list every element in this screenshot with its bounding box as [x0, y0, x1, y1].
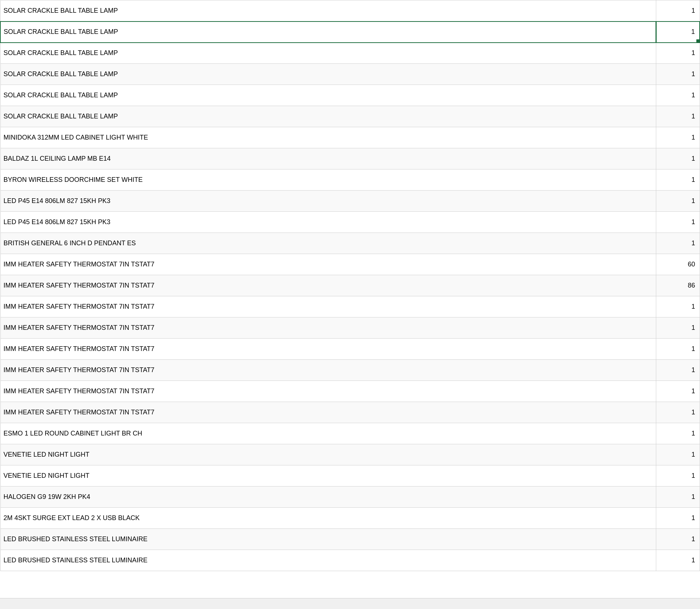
- table-row[interactable]: IMM HEATER SAFETY THERMOSTAT 7IN TSTAT71: [0, 296, 700, 317]
- quantity-cell[interactable]: 1: [656, 508, 700, 529]
- bottom-bar: [0, 598, 700, 609]
- product-name-cell[interactable]: HALOGEN G9 19W 2KH PK4: [0, 487, 656, 508]
- table-row[interactable]: LED P45 E14 806LM 827 15KH PK31: [0, 191, 700, 212]
- product-name-cell[interactable]: SOLAR CRACKLE BALL TABLE LAMP: [0, 43, 656, 64]
- quantity-cell[interactable]: 1: [656, 169, 700, 191]
- product-name-cell[interactable]: IMM HEATER SAFETY THERMOSTAT 7IN TSTAT7: [0, 339, 656, 360]
- table-row[interactable]: HALOGEN G9 19W 2KH PK41: [0, 487, 700, 508]
- quantity-cell[interactable]: 1: [656, 191, 700, 212]
- product-name-cell[interactable]: IMM HEATER SAFETY THERMOSTAT 7IN TSTAT7: [0, 254, 656, 275]
- table-row[interactable]: IMM HEATER SAFETY THERMOSTAT 7IN TSTAT76…: [0, 254, 700, 275]
- product-name-cell[interactable]: LED BRUSHED STAINLESS STEEL LUMINAIRE: [0, 550, 656, 571]
- table-row[interactable]: IMM HEATER SAFETY THERMOSTAT 7IN TSTAT71: [0, 360, 700, 381]
- table-row[interactable]: BYRON WIRELESS DOORCHIME SET WHITE1: [0, 169, 700, 191]
- table-row[interactable]: ESMO 1 LED ROUND CABINET LIGHT BR CH1: [0, 423, 700, 444]
- product-name-cell[interactable]: BYRON WIRELESS DOORCHIME SET WHITE: [0, 169, 656, 191]
- quantity-cell[interactable]: 86: [656, 275, 700, 296]
- quantity-cell[interactable]: 1: [656, 444, 700, 465]
- product-name-cell[interactable]: IMM HEATER SAFETY THERMOSTAT 7IN TSTAT7: [0, 275, 656, 296]
- quantity-cell[interactable]: 1: [656, 402, 700, 423]
- product-name-cell[interactable]: IMM HEATER SAFETY THERMOSTAT 7IN TSTAT7: [0, 381, 656, 402]
- product-name-cell[interactable]: SOLAR CRACKLE BALL TABLE LAMP: [0, 22, 656, 43]
- quantity-cell[interactable]: 1: [656, 381, 700, 402]
- quantity-cell[interactable]: 1: [656, 22, 700, 43]
- table-row[interactable]: IMM HEATER SAFETY THERMOSTAT 7IN TSTAT71: [0, 339, 700, 360]
- product-name-cell[interactable]: LED BRUSHED STAINLESS STEEL LUMINAIRE: [0, 529, 656, 550]
- table-row[interactable]: VENETIE LED NIGHT LIGHT1: [0, 465, 700, 487]
- quantity-cell[interactable]: 1: [656, 317, 700, 339]
- quantity-cell[interactable]: 1: [656, 550, 700, 571]
- product-name-cell[interactable]: SOLAR CRACKLE BALL TABLE LAMP: [0, 106, 656, 127]
- product-name-cell[interactable]: LED P45 E14 806LM 827 15KH PK3: [0, 212, 656, 233]
- product-name-cell[interactable]: VENETIE LED NIGHT LIGHT: [0, 465, 656, 487]
- quantity-cell[interactable]: 1: [656, 43, 700, 64]
- quantity-cell[interactable]: 1: [656, 339, 700, 360]
- table-wrapper: SOLAR CRACKLE BALL TABLE LAMP1SOLAR CRAC…: [0, 0, 700, 571]
- quantity-cell[interactable]: 1: [656, 360, 700, 381]
- table-row[interactable]: LED P45 E14 806LM 827 15KH PK31: [0, 212, 700, 233]
- quantity-cell[interactable]: 1: [656, 64, 700, 85]
- product-name-cell[interactable]: IMM HEATER SAFETY THERMOSTAT 7IN TSTAT7: [0, 402, 656, 423]
- product-name-cell[interactable]: IMM HEATER SAFETY THERMOSTAT 7IN TSTAT7: [0, 360, 656, 381]
- quantity-cell[interactable]: 1: [656, 85, 700, 106]
- quantity-cell[interactable]: 1: [656, 0, 700, 22]
- table-row[interactable]: IMM HEATER SAFETY THERMOSTAT 7IN TSTAT78…: [0, 275, 700, 296]
- product-name-cell[interactable]: VENETIE LED NIGHT LIGHT: [0, 444, 656, 465]
- table-row[interactable]: SOLAR CRACKLE BALL TABLE LAMP1: [0, 85, 700, 106]
- table-row[interactable]: SOLAR CRACKLE BALL TABLE LAMP1: [0, 43, 700, 64]
- quantity-cell[interactable]: 1: [656, 423, 700, 444]
- table-row[interactable]: LED BRUSHED STAINLESS STEEL LUMINAIRE1: [0, 550, 700, 571]
- table-row[interactable]: LED BRUSHED STAINLESS STEEL LUMINAIRE1: [0, 529, 700, 550]
- table-row[interactable]: IMM HEATER SAFETY THERMOSTAT 7IN TSTAT71: [0, 317, 700, 339]
- table-row[interactable]: BRITISH GENERAL 6 INCH D PENDANT ES1: [0, 233, 700, 254]
- quantity-cell[interactable]: 1: [656, 106, 700, 127]
- product-name-cell[interactable]: ESMO 1 LED ROUND CABINET LIGHT BR CH: [0, 423, 656, 444]
- data-table: SOLAR CRACKLE BALL TABLE LAMP1SOLAR CRAC…: [0, 0, 700, 571]
- spreadsheet-container: SOLAR CRACKLE BALL TABLE LAMP1SOLAR CRAC…: [0, 0, 700, 609]
- product-name-cell[interactable]: BRITISH GENERAL 6 INCH D PENDANT ES: [0, 233, 656, 254]
- table-row[interactable]: 2M 4SKT SURGE EXT LEAD 2 X USB BLACK1: [0, 508, 700, 529]
- table-row[interactable]: SOLAR CRACKLE BALL TABLE LAMP1: [0, 0, 700, 22]
- product-name-cell[interactable]: LED P45 E14 806LM 827 15KH PK3: [0, 191, 656, 212]
- quantity-cell[interactable]: 1: [656, 487, 700, 508]
- product-name-cell[interactable]: IMM HEATER SAFETY THERMOSTAT 7IN TSTAT7: [0, 296, 656, 317]
- quantity-cell[interactable]: 1: [656, 529, 700, 550]
- table-row[interactable]: MINIDOKA 312MM LED CABINET LIGHT WHITE1: [0, 127, 700, 148]
- table-row[interactable]: SOLAR CRACKLE BALL TABLE LAMP1: [0, 64, 700, 85]
- quantity-cell[interactable]: 1: [656, 212, 700, 233]
- table-row[interactable]: VENETIE LED NIGHT LIGHT1: [0, 444, 700, 465]
- product-name-cell[interactable]: 2M 4SKT SURGE EXT LEAD 2 X USB BLACK: [0, 508, 656, 529]
- quantity-cell[interactable]: 1: [656, 127, 700, 148]
- cell-fill-handle[interactable]: [696, 39, 699, 42]
- product-name-cell[interactable]: MINIDOKA 312MM LED CABINET LIGHT WHITE: [0, 127, 656, 148]
- quantity-cell[interactable]: 60: [656, 254, 700, 275]
- table-row[interactable]: BALDAZ 1L CEILING LAMP MB E141: [0, 148, 700, 169]
- product-name-cell[interactable]: IMM HEATER SAFETY THERMOSTAT 7IN TSTAT7: [0, 317, 656, 339]
- product-name-cell[interactable]: BALDAZ 1L CEILING LAMP MB E14: [0, 148, 656, 169]
- quantity-cell[interactable]: 1: [656, 296, 700, 317]
- table-row[interactable]: IMM HEATER SAFETY THERMOSTAT 7IN TSTAT71: [0, 402, 700, 423]
- product-name-cell[interactable]: SOLAR CRACKLE BALL TABLE LAMP: [0, 85, 656, 106]
- product-name-cell[interactable]: SOLAR CRACKLE BALL TABLE LAMP: [0, 64, 656, 85]
- product-name-cell[interactable]: SOLAR CRACKLE BALL TABLE LAMP: [0, 0, 656, 22]
- quantity-cell[interactable]: 1: [656, 148, 700, 169]
- table-row[interactable]: SOLAR CRACKLE BALL TABLE LAMP1: [0, 106, 700, 127]
- table-row[interactable]: IMM HEATER SAFETY THERMOSTAT 7IN TSTAT71: [0, 381, 700, 402]
- quantity-cell[interactable]: 1: [656, 465, 700, 487]
- quantity-cell[interactable]: 1: [656, 233, 700, 254]
- table-row[interactable]: SOLAR CRACKLE BALL TABLE LAMP1: [0, 22, 700, 43]
